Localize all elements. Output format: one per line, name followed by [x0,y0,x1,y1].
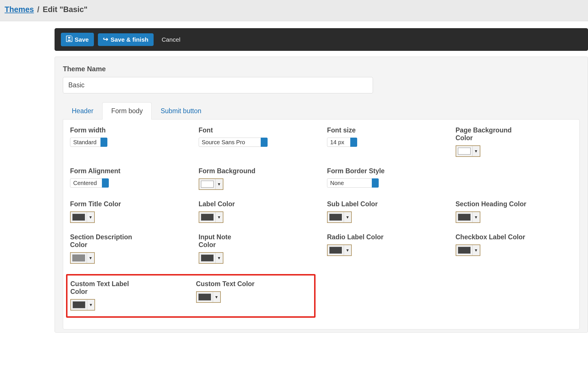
breadcrumb: Themes / Edit "Basic" [0,0,588,21]
field-radio-label-color: Radio Label Color ▼ [327,233,444,264]
breadcrumb-current: Edit "Basic" [43,5,88,14]
save-button[interactable]: Save [61,33,94,46]
field-custom-text-label-color: Custom Text Label Color ▼ [70,280,185,311]
section-description-color-picker[interactable]: ▼ [70,252,95,264]
label-color-swatch [201,214,214,221]
input-note-color-label: Input Note Color [199,233,239,249]
label-color-picker[interactable]: ▼ [199,211,223,223]
field-custom-text-color: Custom Text Color ▼ [196,280,310,311]
chevron-down-icon: ▼ [472,245,480,255]
input-note-color-picker[interactable]: ▼ [199,252,223,264]
theme-name-input[interactable] [63,77,373,93]
save-finish-button[interactable]: Save & finish [98,33,154,46]
chevron-down-icon: ▼ [87,212,94,222]
chevron-down-icon: ▼ [344,212,351,222]
sub-label-color-picker[interactable]: ▼ [327,211,352,223]
field-section-heading-color: Section Heading Color ▼ [456,200,573,223]
theme-name-label: Theme Name [63,65,580,73]
form-alignment-select[interactable]: Centered [70,178,109,188]
form-title-color-label: Form Title Color [70,200,145,208]
chevron-down-icon: ▼ [472,146,480,156]
input-note-color-swatch [201,255,214,261]
breadcrumb-separator: / [36,5,41,14]
tab-header[interactable]: Header [63,102,102,120]
form-border-style-select-wrap: None [327,178,379,188]
form-background-swatch [201,181,214,188]
font-size-label: Font size [327,126,402,134]
font-label: Font [199,126,273,134]
form-title-color-picker[interactable]: ▼ [70,211,95,223]
page-bg-color-label: Page Background Color [456,126,530,142]
section-heading-color-swatch [458,214,471,221]
cancel-button-label: Cancel [162,36,180,43]
label-color-label: Label Color [199,200,273,208]
action-toolbar: Save Save & finish Cancel [55,28,588,51]
return-icon [103,36,108,43]
checkbox-label-color-swatch [458,247,471,254]
chevron-down-icon: ▼ [87,253,94,263]
form-width-label: Form width [70,126,145,134]
chevron-down-icon: ▼ [215,212,223,222]
radio-label-color-picker[interactable]: ▼ [327,244,352,256]
chevron-down-icon: ▼ [87,300,94,310]
form-border-style-label: Form Border Style [327,167,402,175]
form-width-select[interactable]: Standard [70,138,107,147]
tab-submit-button[interactable]: Submit button [152,102,210,120]
save-button-label: Save [75,36,89,43]
tab-bar: Header Form body Submit button [63,102,580,119]
cancel-button[interactable]: Cancel [158,33,185,46]
chevron-down-icon: ▼ [344,245,351,255]
field-font-size: Font size 14 px [327,126,444,157]
field-sub-label-color: Sub Label Color ▼ [327,200,444,223]
form-body-pane: Form width Standard Font Source Sa [63,119,580,330]
field-input-note-color: Input Note Color ▼ [199,233,316,264]
form-border-style-select[interactable]: None [327,178,379,188]
tab-form-body[interactable]: Form body [102,102,152,120]
custom-text-color-picker[interactable]: ▼ [196,291,221,303]
save-finish-button-label: Save & finish [111,36,148,43]
chevron-down-icon: ▼ [215,253,223,263]
checkbox-label-color-picker[interactable]: ▼ [456,244,480,256]
highlight-annotation: Custom Text Label Color ▼ Custom Text Co… [66,274,316,318]
section-heading-color-label: Section Heading Color [456,200,530,208]
sub-label-color-label: Sub Label Color [327,200,402,208]
form-alignment-label: Form Alignment [70,167,145,175]
field-form-alignment: Form Alignment Centered [70,167,187,190]
field-form-title-color: Form Title Color ▼ [70,200,187,223]
theme-editor-panel: Theme Name Header Form body Submit butto… [55,57,588,333]
radio-label-color-label: Radio Label Color [327,233,402,241]
page-bg-color-swatch [458,148,471,155]
form-background-color-picker[interactable]: ▼ [199,178,223,190]
field-section-description-color: Section Description Color ▼ [70,233,187,264]
empty-cell [456,167,573,190]
section-description-color-label: Section Description Color [70,233,145,249]
form-title-color-swatch [72,214,85,221]
page-bg-color-picker[interactable]: ▼ [456,145,480,157]
font-size-select[interactable]: 14 px [327,138,357,147]
chevron-down-icon: ▼ [472,212,480,222]
custom-text-color-label: Custom Text Color [196,280,271,288]
breadcrumb-root-link[interactable]: Themes [5,5,34,14]
font-size-select-wrap: 14 px [327,138,357,147]
checkbox-label-color-label: Checkbox Label Color [456,233,530,241]
custom-text-label-color-label: Custom Text Label Color [70,280,145,296]
custom-text-label-color-picker[interactable]: ▼ [70,299,95,311]
field-page-bg-color: Page Background Color ▼ [456,126,573,157]
font-select-wrap: Source Sans Pro [199,138,268,147]
chevron-down-icon: ▼ [215,179,223,189]
field-form-background: Form Background ▼ [199,167,316,190]
custom-text-label-color-swatch [73,301,85,308]
custom-text-color-swatch [198,294,211,300]
field-font: Font Source Sans Pro [199,126,316,157]
chevron-down-icon: ▼ [213,292,220,302]
field-label-color: Label Color ▼ [199,200,316,223]
form-width-select-wrap: Standard [70,138,107,147]
field-form-width: Form width Standard [70,126,187,157]
radio-label-color-swatch [329,247,342,254]
sub-label-color-swatch [329,214,342,221]
section-heading-color-picker[interactable]: ▼ [456,211,480,223]
font-select[interactable]: Source Sans Pro [199,138,268,147]
field-form-border-style: Form Border Style None [327,167,444,190]
form-background-label: Form Background [199,167,273,175]
section-description-color-swatch [72,255,85,261]
